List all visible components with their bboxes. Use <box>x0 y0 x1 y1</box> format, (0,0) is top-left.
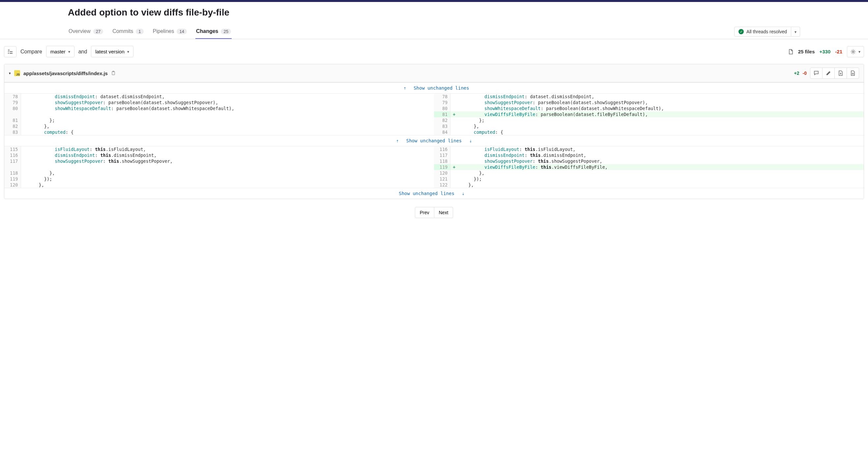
expand-middle[interactable]: ⇡ Show unchanged lines ⇣ <box>4 135 864 146</box>
diff-row: 120 },122 }, <box>4 182 864 188</box>
new-line-number[interactable]: 82 <box>434 117 451 123</box>
new-line-number[interactable]: 116 <box>434 146 451 152</box>
check-circle-icon: ✓ <box>739 29 744 34</box>
old-line-number[interactable]: 115 <box>4 146 21 152</box>
diff-toolbar: Compare master ▾ and latest version ▾ 25… <box>0 39 868 64</box>
old-line-number[interactable]: 81 <box>4 117 21 123</box>
pencil-icon <box>826 70 831 76</box>
threads-resolved: ✓ All threads resolved ▾ <box>734 27 800 37</box>
tree-icon <box>7 49 13 54</box>
old-code: dismissEndpoint: this.dismissEndpoint, <box>28 152 434 158</box>
expand-up-icon: ⇡ <box>403 85 406 91</box>
old-line-number[interactable]: 83 <box>4 129 21 135</box>
diff-row: 118 },120 }, <box>4 170 864 176</box>
new-code: viewDiffsFileByFile: this.viewDiffsFileB… <box>458 164 864 170</box>
old-code: computed: { <box>28 129 434 135</box>
mr-tabs: Overview 27 Commits 1 Pipelines 14 Chang… <box>68 24 232 39</box>
open-raw-button[interactable] <box>835 67 847 79</box>
tab-pipelines[interactable]: Pipelines 14 <box>152 24 187 39</box>
new-line-number[interactable]: 118 <box>434 158 451 164</box>
new-line-number[interactable]: 78 <box>434 94 451 99</box>
old-line-number[interactable]: 120 <box>4 182 21 188</box>
old-line-number[interactable]: 118 <box>4 170 21 176</box>
new-line-number[interactable]: 84 <box>434 129 451 135</box>
new-code: showSuggestPopover: this.showSuggestPopo… <box>458 158 864 164</box>
document-icon <box>850 70 856 76</box>
old-code: isFluidLayout: this.isFluidLayout, <box>28 146 434 152</box>
old-line-number[interactable]: 117 <box>4 158 21 164</box>
copy-path-button[interactable] <box>111 71 116 75</box>
expand-down-icon: ⇣ <box>462 191 464 196</box>
diff-row: 117 showSuggestPopover: this.showSuggest… <box>4 158 864 164</box>
old-line-number[interactable]: 82 <box>4 123 21 129</box>
new-code: dismissEndpoint: dataset.dismissEndpoint… <box>458 94 864 99</box>
diff-row: 83 computed: {84 computed: { <box>4 129 864 135</box>
old-code: }, <box>28 182 434 188</box>
files-count: 25 files <box>798 49 815 54</box>
diff-hunk-1: 78 dismissEndpoint: dataset.dismissEndpo… <box>4 94 864 135</box>
file-icon <box>788 49 794 54</box>
tab-count: 1 <box>136 29 143 34</box>
old-code: dismissEndpoint: dataset.dismissEndpoint… <box>28 94 434 99</box>
new-line-number[interactable]: 83 <box>434 123 451 129</box>
pagination: Prev Next <box>0 204 868 228</box>
show-unchanged-label: Show unchanged lines <box>399 191 455 196</box>
edit-button[interactable] <box>823 67 835 79</box>
prev-button[interactable]: Prev <box>415 207 434 218</box>
new-code: computed: { <box>458 129 864 135</box>
old-code <box>28 164 434 170</box>
new-line-number[interactable]: 117 <box>434 152 451 158</box>
chevron-down-icon: ▾ <box>795 30 797 34</box>
old-line-number[interactable]: 78 <box>4 94 21 99</box>
old-code: showWhitespaceDefault: parseBoolean(data… <box>28 105 434 112</box>
old-line-number[interactable]: 80 <box>4 105 21 112</box>
new-line-number[interactable]: 81 <box>434 112 451 117</box>
tab-overview[interactable]: Overview 27 <box>68 24 104 39</box>
file-path: app/assets/javascripts/diffs/index.js <box>23 70 108 76</box>
tab-count: 14 <box>177 29 187 34</box>
file-actions <box>810 67 859 79</box>
clipboard-icon <box>111 71 116 75</box>
old-line-number[interactable] <box>4 112 21 117</box>
file-header: ▾ JS app/assets/javascripts/diffs/index.… <box>4 64 864 82</box>
chevron-down-icon: ▾ <box>127 50 129 54</box>
old-line-number[interactable]: 79 <box>4 99 21 105</box>
collapse-toggle[interactable]: ▾ <box>9 71 11 75</box>
diff-row: 81+ viewDiffsFileByFile: parseBoolean(da… <box>4 112 864 117</box>
comment-button[interactable] <box>810 67 823 79</box>
next-button[interactable]: Next <box>434 207 454 218</box>
threads-dropdown-toggle[interactable]: ▾ <box>791 27 800 37</box>
show-unchanged-label: Show unchanged lines <box>406 138 462 143</box>
chevron-down-icon: ▾ <box>68 50 70 54</box>
diff-settings-button[interactable]: ▾ <box>847 46 864 57</box>
new-line-number[interactable]: 80 <box>434 105 451 112</box>
diff-row: 119+ viewDiffsFileByFile: this.viewDiffs… <box>4 164 864 170</box>
tab-count: 25 <box>221 29 231 34</box>
new-line-number[interactable]: 120 <box>434 170 451 176</box>
old-line-number[interactable] <box>4 164 21 170</box>
new-line-number[interactable]: 122 <box>434 182 451 188</box>
view-file-button[interactable] <box>847 67 859 79</box>
target-version-select[interactable]: latest version ▾ <box>91 46 133 57</box>
file-tree-toggle[interactable] <box>4 46 17 57</box>
diff-row: 115 isFluidLayout: this.isFluidLayout,11… <box>4 146 864 152</box>
chevron-down-icon: ▾ <box>859 50 861 54</box>
new-line-number[interactable]: 79 <box>434 99 451 105</box>
comment-icon <box>814 70 819 76</box>
tab-label: Changes <box>196 28 218 34</box>
new-line-number[interactable]: 119 <box>434 164 451 170</box>
tab-changes[interactable]: Changes 25 <box>195 24 232 39</box>
old-code: showSuggestPopover: this.showSuggestPopo… <box>28 158 434 164</box>
new-line-number[interactable]: 121 <box>434 176 451 182</box>
new-code: }, <box>458 170 864 176</box>
expand-bottom[interactable]: Show unchanged lines ⇣ <box>4 188 864 199</box>
tab-label: Pipelines <box>153 28 174 34</box>
expand-top[interactable]: ⇡ Show unchanged lines <box>4 82 864 94</box>
expand-down-icon: ⇣ <box>469 138 472 143</box>
new-code: }, <box>458 123 864 129</box>
old-line-number[interactable]: 119 <box>4 176 21 182</box>
tab-commits[interactable]: Commits 1 <box>112 24 144 39</box>
base-branch-select[interactable]: master ▾ <box>46 46 74 57</box>
old-line-number[interactable]: 116 <box>4 152 21 158</box>
total-additions: +330 <box>819 49 831 54</box>
